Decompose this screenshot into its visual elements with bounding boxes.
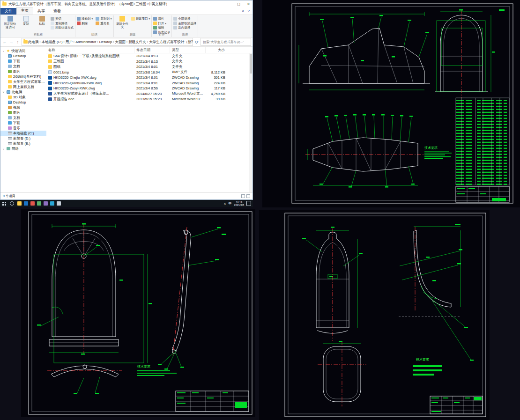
thumbnail-view-icon[interactable] xyxy=(246,194,250,198)
paste-shortcut-button[interactable]: 粘贴快捷方式 xyxy=(51,26,74,30)
app-taskbar-icon[interactable] xyxy=(24,201,28,206)
delete-button[interactable]: 删除 xyxy=(77,22,93,26)
minimize-button[interactable]: ─ xyxy=(225,0,233,7)
edit-button[interactable]: 编辑 xyxy=(153,26,170,30)
sidebar-item-folder[interactable]: 网上兼职文档 xyxy=(0,84,46,89)
select-all-button[interactable]: 全部选择 xyxy=(173,17,196,21)
app-taskbar-icon[interactable] xyxy=(50,201,54,206)
start-button[interactable] xyxy=(0,202,8,206)
chevron-down-icon: ▾ xyxy=(149,17,150,21)
sidebar-item-pictures[interactable]: 图片 xyxy=(0,69,46,74)
copy-path-button[interactable]: 复制路径 xyxy=(51,22,74,26)
sidebar-item-volume-e[interactable]: 新加卷 (E:) xyxy=(0,141,46,146)
breadcrumb-segment[interactable]: Desktop xyxy=(99,40,112,44)
app-taskbar-icon[interactable] xyxy=(37,201,41,206)
tab-view[interactable]: 查看 xyxy=(49,8,65,15)
file-row[interactable]: 三维图 2021/3/4 8:13 文件夹 xyxy=(46,59,253,65)
sidebar-item-desktop[interactable]: Desktop xyxy=(0,100,46,105)
file-row[interactable]: HKD3220-Zuoyi-XWK.dwg 2021/3/4 8:56 ZWCA… xyxy=(46,86,253,91)
sidebar-item-documents[interactable]: 文档 xyxy=(0,64,46,69)
breadcrumb-segment[interactable]: 新建文件夹 xyxy=(128,40,146,44)
sidebar-section-this-pc[interactable]: ∨ 此电脑 xyxy=(0,89,46,95)
pin-to-quick-access-button[interactable]: 固定到快速访问 xyxy=(3,15,17,29)
sidebar-item-folder[interactable]: 2G兼职(各种文档) xyxy=(0,74,46,79)
column-header-size[interactable]: 大小 xyxy=(206,47,227,53)
copy-button[interactable]: 复制 xyxy=(19,15,33,25)
breadcrumb-segment[interactable]: 大学生方程式赛车设计（整车车架、转向安全系统、悬架及附件设计）（有cad图+三维… xyxy=(149,40,193,44)
select-none-button[interactable]: 全部取消选择 xyxy=(173,22,196,26)
expand-icon[interactable]: › xyxy=(2,50,5,52)
move-to-button[interactable]: 移动到 ▾ xyxy=(77,17,93,21)
sidebar-item-desktop[interactable]: Desktop xyxy=(0,53,46,59)
copy-to-button[interactable]: 复制到 ▾ xyxy=(96,17,111,21)
scrollbar[interactable] xyxy=(249,53,253,192)
tray-expand-icon[interactable]: ∧ xyxy=(223,202,226,206)
notification-icon[interactable] xyxy=(246,201,251,206)
search-input[interactable] xyxy=(202,40,250,44)
breadcrumb-segment[interactable]: 本地磁盘 (C:) xyxy=(42,40,63,44)
sidebar-item-3d-objects[interactable]: 3D 对象 xyxy=(0,95,46,100)
invert-selection-button[interactable]: 反向选择 xyxy=(173,26,196,30)
cut-button[interactable]: 剪切 xyxy=(51,17,74,21)
help-icon[interactable]: ? xyxy=(248,8,250,15)
sidebar-section-network[interactable]: › 网络 xyxy=(0,146,46,151)
network-icon xyxy=(7,147,10,150)
file-row[interactable]: HKD3220-Chejia-XWK.dwg 2021/3/4 8:01 ZWC… xyxy=(46,75,253,81)
sidebar-item-pictures[interactable]: 图片 xyxy=(0,110,46,115)
back-button[interactable]: ← xyxy=(2,40,7,44)
new-folder-button[interactable]: 新建文件夹 xyxy=(115,15,130,29)
file-row[interactable]: 开题报告.doc 2013/5/15 15:23 Microsoft Word … xyxy=(46,96,253,102)
sidebar-item-folder[interactable]: 大学生方程式赛车设计 xyxy=(0,79,46,84)
sidebar-item-volume-d[interactable]: 新加卷 (D:) xyxy=(0,136,46,141)
file-row[interactable]: 0001.bmp 2021/3/8 16:04 BMP 文件 8,112 KB xyxy=(46,70,253,75)
breadcrumb-segment[interactable]: 此电脑 xyxy=(28,40,39,44)
app-taskbar-icon[interactable] xyxy=(44,201,48,206)
expand-icon[interactable]: › xyxy=(2,147,5,150)
sidebar-item-local-disk-c[interactable]: 本地磁盘 (C:) xyxy=(0,131,46,136)
search-button[interactable] xyxy=(8,201,15,206)
list-view-icon[interactable] xyxy=(241,194,245,198)
system-tray: ∧ 中 16:19 2021/3/8 xyxy=(223,201,253,206)
up-button[interactable]: ↑ xyxy=(15,40,21,44)
app-taskbar-icon[interactable] xyxy=(30,201,35,206)
tab-home[interactable]: 主页 xyxy=(16,7,33,15)
clock[interactable]: 16:19 2021/3/8 xyxy=(234,201,244,206)
properties-button[interactable]: 属性 xyxy=(153,17,170,21)
file-row[interactable]: 大学生方程式赛车设计（整车车架... 2014/6/27 15:23 Micro… xyxy=(46,91,253,97)
column-header-date[interactable]: 修改日期 xyxy=(134,47,170,53)
forward-button[interactable]: → xyxy=(8,40,14,44)
column-header-type[interactable]: 类型 xyxy=(170,47,206,53)
file-row[interactable]: 图纸 2021/3/4 8:01 文件夹 xyxy=(46,64,253,70)
breadcrumb-segment[interactable]: 大画面 xyxy=(115,40,126,44)
search-box[interactable] xyxy=(201,38,251,46)
breadcrumb-segment[interactable]: 用户 xyxy=(66,40,73,44)
sidebar-item-downloads[interactable]: 下载 xyxy=(0,59,46,64)
image-file-icon xyxy=(48,70,52,74)
maximize-button[interactable]: ▢ xyxy=(235,0,243,7)
column-header-name[interactable]: 名称 xyxy=(46,47,134,53)
file-row[interactable]: HKD3220-Qianhuan-XWK.dwg 2021/3/4 8:01 Z… xyxy=(46,81,253,86)
sidebar-item-videos[interactable]: 视频 xyxy=(0,105,46,110)
new-item-button[interactable]: 新建项目 ▾ xyxy=(131,17,150,21)
ime-indicator[interactable]: 中 xyxy=(229,201,232,206)
title-bar[interactable]: 大学生方程式赛车设计（整车车架、转向安全系统、悬架及附件设计）（有cad图+三维… xyxy=(0,0,253,7)
tab-share[interactable]: 共享 xyxy=(33,8,49,15)
file-explorer-taskbar-icon[interactable] xyxy=(17,201,22,206)
file-row[interactable]: S64 设计+招聘+一下载+质量控制系统图纸 2021/3/4 8:13 文件夹 xyxy=(46,53,253,59)
app-taskbar-icon[interactable] xyxy=(57,201,61,206)
sidebar-section-quick-access[interactable]: › ★ 快速访问 xyxy=(0,48,46,53)
collapse-icon[interactable]: ∨ xyxy=(2,90,5,94)
paste-button[interactable]: 粘贴 xyxy=(35,15,49,25)
close-button[interactable]: ✕ xyxy=(245,0,253,7)
sidebar-item-downloads[interactable]: 下载 xyxy=(0,120,46,125)
open-button[interactable]: 打开 ▾ xyxy=(153,22,170,26)
breadcrumb-segment[interactable]: Administrator xyxy=(75,40,96,44)
tab-file[interactable]: 文件 xyxy=(0,8,16,15)
scrollbar-thumb[interactable] xyxy=(250,54,252,74)
sidebar-item-music[interactable]: 音乐 xyxy=(0,125,46,131)
sidebar-item-documents[interactable]: 文档 xyxy=(0,115,46,120)
collapse-ribbon-icon[interactable]: ∧ xyxy=(242,8,245,15)
refresh-icon[interactable]: ⟳ xyxy=(194,40,200,44)
rename-button[interactable]: 重命名 xyxy=(96,22,111,26)
breadcrumb[interactable]: 此电脑 › 本地磁盘 (C:) › 用户 › Administrator › D… xyxy=(22,38,193,46)
